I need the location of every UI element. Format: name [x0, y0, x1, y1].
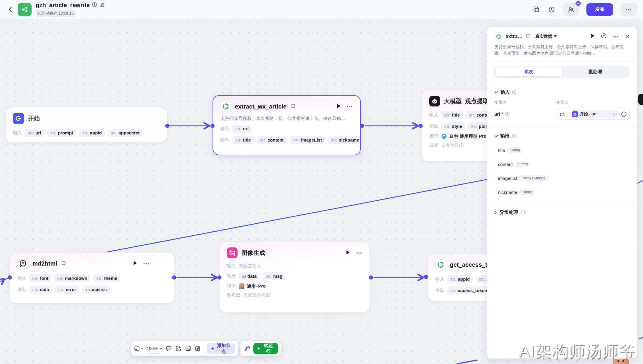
auto-layout-tool[interactable]	[175, 344, 182, 353]
help-icon[interactable]: ?	[601, 33, 607, 40]
plugin-badge-icon	[526, 33, 531, 40]
zoom-level-dropdown[interactable]: 106%	[146, 344, 163, 354]
image-tool[interactable]	[185, 344, 191, 353]
users-icon	[567, 6, 575, 13]
node-image-generation[interactable]: 图像生成 ⋯ 输入 未配置输入 输出 data str.msg 模型 通用–Pr…	[219, 242, 370, 313]
model-row-label: 模型	[429, 134, 438, 139]
type-badge: String	[516, 161, 530, 167]
column-variable-name: 变量名	[494, 100, 556, 105]
variable-row: url* str. 开始 - url ×	[494, 109, 630, 120]
history-icon[interactable]	[548, 6, 555, 13]
collaboration-button[interactable]	[563, 3, 579, 16]
input-row-label: 输入	[429, 112, 438, 118]
divider	[567, 111, 568, 117]
debug-wrench-icon[interactable]	[244, 344, 251, 353]
top-bar: gzh_article_rewrite 已自动保存 10:59:16	[0, 0, 643, 19]
workflow-title: gzh_article_rewrite	[36, 2, 90, 9]
output-item: nickname String	[494, 189, 630, 195]
panel-menu-button[interactable]: ⋯	[613, 35, 619, 38]
settings-icon[interactable]	[621, 111, 627, 117]
chevron-right-icon[interactable]	[494, 211, 497, 214]
data-mode-dropdown[interactable]: 真实数据	[536, 34, 557, 39]
tag-markdown: str.markdown	[54, 274, 90, 282]
node-menu-button[interactable]: ⋯	[347, 105, 353, 108]
play-icon	[257, 347, 260, 350]
tag-content: str.content	[257, 136, 287, 144]
node-description: 支持公众号授权、永久素材上传、公共素材库上传、保存草稿…	[220, 116, 353, 121]
panel-run-button[interactable]	[591, 34, 595, 39]
reference-placeholder: 未配置参考图	[243, 292, 270, 298]
copy-icon[interactable]	[532, 6, 540, 13]
plugin-green-icon	[435, 259, 446, 270]
divider	[487, 83, 637, 83]
minimap-toggle[interactable]	[134, 344, 143, 353]
test-run-button[interactable]: 试运行	[253, 343, 278, 354]
workflow-app-icon	[18, 3, 32, 16]
column-variable-value: 变量值	[556, 100, 630, 105]
type-selector[interactable]: str.	[559, 112, 565, 117]
skill-placeholder: 未配置技能	[441, 142, 463, 148]
node-title: 图像生成	[241, 249, 265, 257]
info-icon	[512, 90, 516, 95]
node-title: 开始	[28, 114, 40, 123]
tag-appid: str.appid	[447, 275, 473, 283]
back-button[interactable]	[6, 5, 15, 14]
mode-tabs: 单次 批处理	[494, 66, 630, 78]
md2html-icon: M	[17, 258, 29, 269]
chevron-down-icon[interactable]	[494, 91, 498, 94]
clipped-tag-fragment	[640, 167, 643, 174]
start-node-icon	[13, 113, 24, 124]
close-icon[interactable]: ✕	[625, 33, 630, 40]
node-title: 大模型_观点提取	[444, 97, 489, 105]
divider	[487, 127, 637, 127]
add-node-button[interactable]: + 添加节点	[207, 343, 235, 354]
node-extract-wx-article[interactable]: extract_wx_article ⋯ 支持公众号授权、永久素材上传、公共素材…	[213, 95, 361, 155]
output-row-label: 输出	[435, 288, 444, 293]
run-node-button[interactable]	[337, 104, 341, 109]
input-row-label: 输入	[220, 126, 229, 131]
input-row-label: 输入	[13, 130, 22, 136]
type-badge: String	[508, 147, 522, 153]
run-node-button[interactable]	[346, 250, 350, 256]
comment-tool[interactable]	[165, 344, 172, 353]
workflow-editor: 开始 输入 str.url str.prompt str.appid str.a…	[0, 0, 643, 364]
node-start[interactable]: 开始 输入 str.url str.prompt str.appid str.a…	[5, 107, 167, 142]
premium-gem-badge	[575, 0, 581, 6]
input-placeholder: 未配置输入	[239, 263, 261, 269]
header-more-button[interactable]: ⋯	[621, 3, 637, 16]
divider	[487, 203, 637, 203]
panel-node-title: extra…	[505, 34, 523, 40]
tag-appid: str.appid	[79, 129, 105, 137]
node-menu-button[interactable]: ⋯	[356, 252, 362, 254]
variable-ref-text: 开始 - url	[580, 112, 611, 117]
run-node-button[interactable]	[133, 261, 137, 266]
output-row-label: 输出	[17, 287, 26, 292]
info-icon[interactable]	[92, 2, 97, 8]
model-value: 豆包·通用模型·Pro	[441, 134, 486, 139]
chevron-down-icon[interactable]	[494, 135, 498, 137]
output-item: content String	[494, 161, 630, 167]
remove-ref-icon[interactable]: ×	[612, 112, 617, 117]
exception-section-title[interactable]: 异常处理	[500, 209, 518, 216]
panel-description: 支持公众号授权、永久素材上传、公共素材库上传、保存草稿、发布文章、草稿预览、发布…	[494, 44, 630, 57]
tag-font: str.font	[29, 274, 51, 282]
tab-single[interactable]: 单次	[496, 67, 562, 76]
skill-row-label: 技能	[429, 142, 438, 148]
node-title: extract_wx_article	[235, 103, 286, 110]
autosave-badge: 已自动保存 10:59:16	[36, 10, 76, 17]
tag-error: str.error	[55, 285, 79, 294]
tag-theme: str.theme	[93, 274, 120, 282]
variable-name: url	[494, 112, 500, 117]
variable-value-input[interactable]: str. 开始 - url ×	[556, 109, 630, 120]
input-section-title: 输入	[500, 89, 510, 95]
edit-title-icon[interactable]	[99, 2, 104, 8]
tab-batch[interactable]: 批处理	[562, 67, 628, 76]
publish-button[interactable]: 发布	[586, 3, 613, 16]
node-md2html[interactable]: M md2html ⋯ 输入 str.font str.markdown str…	[10, 252, 174, 303]
output-row-label: 输出	[227, 273, 236, 279]
node-menu-button[interactable]: ⋯	[143, 262, 149, 265]
model-avatar	[239, 283, 244, 289]
variable-ref-chip[interactable]: 开始 - url ×	[570, 110, 619, 118]
note-tool[interactable]	[194, 344, 201, 353]
watermark-text: AI架构师汤师爷	[519, 341, 635, 362]
